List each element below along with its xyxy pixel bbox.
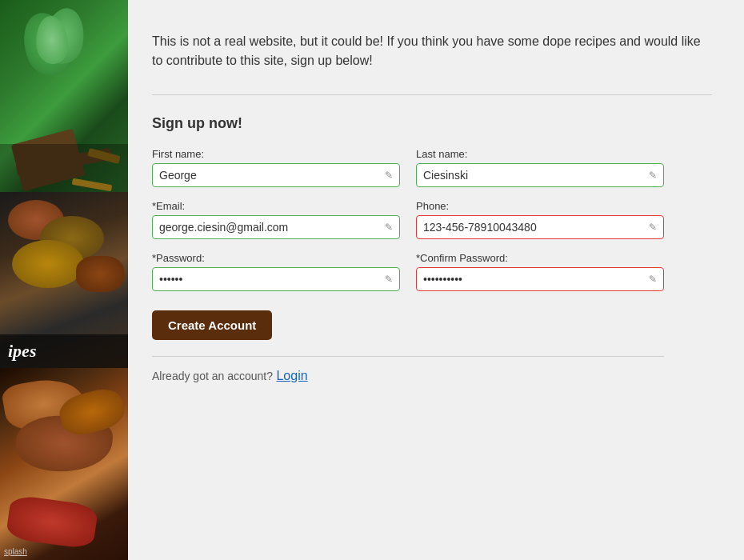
sidebar-food-image-1 [0, 0, 128, 192]
password-wrapper: ✎ [152, 267, 400, 291]
intro-paragraph: This is not a real website, but it could… [152, 32, 712, 70]
last-name-wrapper: ✎ [416, 163, 664, 187]
signup-title: Sign up now! [152, 115, 712, 132]
phone-input[interactable] [416, 215, 664, 239]
email-wrapper: ✎ [152, 215, 400, 239]
signup-form: First name: ✎ Last name: ✎ *Email: ✎ Pho… [152, 148, 664, 304]
last-name-input[interactable] [416, 163, 664, 187]
last-name-label: Last name: [416, 148, 664, 160]
sidebar-food-image-2: ipes [0, 192, 128, 368]
photo-attribution[interactable]: splash [4, 547, 27, 556]
first-name-input[interactable] [152, 163, 400, 187]
last-name-group: Last name: ✎ [416, 148, 664, 187]
create-account-button[interactable]: Create Account [152, 310, 272, 340]
phone-label: Phone: [416, 200, 664, 212]
first-name-wrapper: ✎ [152, 163, 400, 187]
main-content: This is not a real website, but it could… [128, 0, 744, 560]
password-group: *Password: ✎ [152, 252, 400, 291]
sidebar-food-image-3: splash [0, 368, 128, 560]
confirm-password-wrapper: ✎ [416, 267, 664, 291]
login-prompt: Already got an account? Login [152, 369, 712, 383]
password-input[interactable] [152, 267, 400, 291]
divider-top [152, 94, 712, 95]
sidebar: ipes splash [0, 0, 128, 560]
confirm-password-input[interactable] [416, 267, 664, 291]
email-icon: ✎ [382, 221, 395, 234]
confirm-password-label: *Confirm Password: [416, 252, 664, 264]
confirm-password-group: *Confirm Password: ✎ [416, 252, 664, 291]
first-name-icon: ✎ [382, 169, 395, 182]
password-icon: ✎ [382, 273, 395, 286]
first-name-group: First name: ✎ [152, 148, 400, 187]
phone-icon: ✎ [646, 221, 659, 234]
last-name-icon: ✎ [646, 169, 659, 182]
confirm-password-icon: ✎ [646, 273, 659, 286]
first-name-label: First name: [152, 148, 400, 160]
divider-bottom [152, 356, 664, 357]
email-label: *Email: [152, 200, 400, 212]
password-label: *Password: [152, 252, 400, 264]
email-input[interactable] [152, 215, 400, 239]
login-link[interactable]: Login [276, 369, 307, 382]
phone-wrapper: ✎ [416, 215, 664, 239]
already-account-text: Already got an account? [152, 370, 273, 382]
phone-group: Phone: ✎ [416, 200, 664, 239]
email-group: *Email: ✎ [152, 200, 400, 239]
sidebar-label: ipes [0, 334, 128, 368]
